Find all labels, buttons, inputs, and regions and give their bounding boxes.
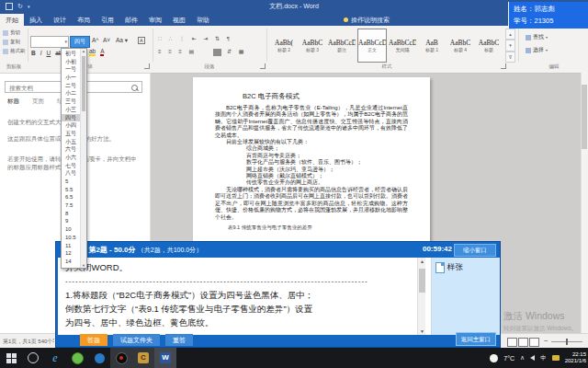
font-size-option[interactable]: 小四 [62,121,80,130]
start-button[interactable] [0,348,22,368]
taskbar-headset-app[interactable] [22,348,44,368]
style-chip[interactable]: AaBb( 标题 2 [270,29,298,63]
font-size-option[interactable]: 小初 [62,58,80,66]
taskbar-ie[interactable]: e [44,348,66,368]
font-size-option[interactable]: 9 [62,217,80,225]
italic-button[interactable]: I [40,50,42,56]
font-size-option[interactable]: 小五 [62,138,80,146]
font-size-option[interactable]: 14 [62,258,80,266]
taskbar-exam-app[interactable]: C [132,348,154,368]
font-size-option[interactable]: 小三 [62,106,80,114]
font-size-option[interactable]: 8 [62,210,80,218]
dropdown-scroll-down-icon[interactable]: ▼ [81,263,86,268]
font-size-option[interactable]: 五号 [62,130,80,138]
volume-icon[interactable] [530,355,535,361]
taskbar-green-app[interactable] [66,348,88,368]
paragraph-icons-row2b[interactable]: ⇵ ▦ [227,48,246,54]
menu-tab[interactable]: 设计 [48,14,72,26]
style-chip[interactable]: AaBbC 标题 4 [447,29,474,63]
style-chip[interactable]: AaBbCcD 正文 [357,29,387,63]
nav-tab[interactable]: 页面 [32,98,44,106]
style-chip[interactable]: AaBbCcD 无间隔 [388,29,417,63]
task-scrollbar-thumb[interactable] [419,269,425,293]
font-size-option[interactable]: 10 [62,225,80,234]
menu-tab[interactable]: 邮件 [119,14,143,26]
editing-button[interactable]: 查找 ▾ [526,33,548,41]
font-size-option[interactable]: 6.5 [62,193,80,201]
chevron-down-icon[interactable]: ▾ [64,39,67,44]
font-size-option[interactable]: 7.5 [62,201,80,210]
font-size-option[interactable]: 11 [62,242,80,250]
font-name-combobox[interactable]: ▾ [30,36,69,48]
menu-tab[interactable]: 视图 [167,14,191,26]
font-size-option[interactable]: 小二 [62,89,80,98]
styles-dialog-launcher-icon[interactable] [501,63,506,69]
shrink-window-button[interactable]: 缩小窗口 [454,244,496,257]
search-icon[interactable] [131,85,138,91]
dropdown-scrollbar[interactable]: ▲ ▼ [80,49,86,268]
font-size-option[interactable]: 5.5 [62,186,80,194]
style-chip[interactable]: AaBbC 标题 [475,29,503,63]
font-size-option[interactable]: 二号 [62,82,80,90]
style-chip[interactable]: AaBbCcD 题注 [327,29,356,63]
editing-button[interactable]: 选择 ▾ [526,46,548,54]
taskbar-recorder-app[interactable] [110,348,132,368]
font-size-option[interactable]: 六号 [62,145,80,154]
font-color-button[interactable]: A [100,48,104,56]
taskbar-blue-app[interactable] [88,348,110,368]
bold-button[interactable]: B [31,50,36,56]
font-size-option[interactable]: 八号 [62,169,80,178]
highlight-color-button[interactable]: ab [89,48,96,56]
clipboard-button[interactable]: 复制 [3,39,26,45]
shrink-font-button[interactable]: A˅ [103,37,110,43]
sample-scrollbar[interactable] [425,258,432,335]
clipboard-button[interactable]: 格式刷 [3,48,26,54]
paragraph-icons-row2[interactable]: ≡ ≡ ≡ ▤ [158,48,197,54]
clipboard-button[interactable]: 剪切 [3,29,26,36]
paragraph-icons-row1[interactable]: ∷ ∴ ⋮ ⇤ ⇥ ⇅ ¶ [158,35,232,41]
zoom-slider-thumb[interactable] [566,339,568,345]
char-border-button[interactable]: A [138,37,145,44]
gallery-down-icon[interactable]: ▾ [505,40,515,51]
underline-button[interactable]: U [47,50,51,56]
taskbar-word[interactable]: W [154,348,176,368]
dropdown-scrollbar-thumb[interactable] [82,56,85,111]
font-size-option[interactable]: 小一 [62,74,80,82]
font-size-option[interactable]: 5 [62,178,80,186]
font-dialog-launcher-icon[interactable] [144,63,150,69]
sample-item[interactable]: 样张 [435,262,463,273]
font-size-option[interactable]: 12 [62,249,80,258]
weather-temp[interactable]: 7°C [503,355,514,362]
dropdown-scroll-up-icon[interactable]: ▲ [81,49,86,53]
shading-button[interactable] [213,49,221,56]
font-size-option[interactable]: 小六 [62,154,80,162]
font-size-combobox[interactable]: 四号 [70,36,90,48]
paragraph-dialog-launcher-icon[interactable] [260,63,266,69]
grow-font-button[interactable]: A^ [92,37,98,43]
gallery-up-icon[interactable]: ▴ [505,29,515,40]
tell-me-search[interactable]: 操作说明搜索 [338,14,395,26]
menu-tab[interactable]: 审阅 [143,14,167,26]
web-layout-icon[interactable] [529,338,539,347]
exam-tab-button[interactable]: 试题文件夹 [113,334,160,346]
zoom-out-button[interactable]: − [544,337,548,345]
menu-tab[interactable]: 帮助 [191,14,215,26]
menu-tab[interactable]: 插入 [24,14,48,26]
exam-tab-button[interactable]: 重答 [165,334,193,346]
tray-expand-icon[interactable]: ∧ [520,354,525,362]
return-main-window-button[interactable]: 返回主窗口 [456,332,496,346]
style-chip[interactable]: AaB 标题 1 [418,29,446,63]
clock[interactable]: 22:15 2021/1/6 [565,351,586,364]
ime-indicator[interactable]: 中 [540,354,547,362]
menu-tab[interactable]: 引用 [96,14,119,26]
gallery-more-icon[interactable]: ⊽ [505,52,515,63]
style-chip[interactable]: AaBbC 标题 3 [299,29,326,63]
font-size-option[interactable]: 七号 [62,162,80,170]
exam-panel-header[interactable]: Word - 第2题 - 50.0分 （共2题，共100.0分） 00:59:4… [56,242,500,258]
menu-tab[interactable]: 开始 [0,14,24,26]
nav-tab[interactable]: 标题 [7,98,19,106]
font-size-option[interactable]: 三号 [62,98,80,106]
exam-tab-button[interactable]: 答题 [80,334,107,346]
font-size-option[interactable]: 初号 [62,50,80,58]
change-case-button[interactable]: Aa ▾ [116,37,128,44]
